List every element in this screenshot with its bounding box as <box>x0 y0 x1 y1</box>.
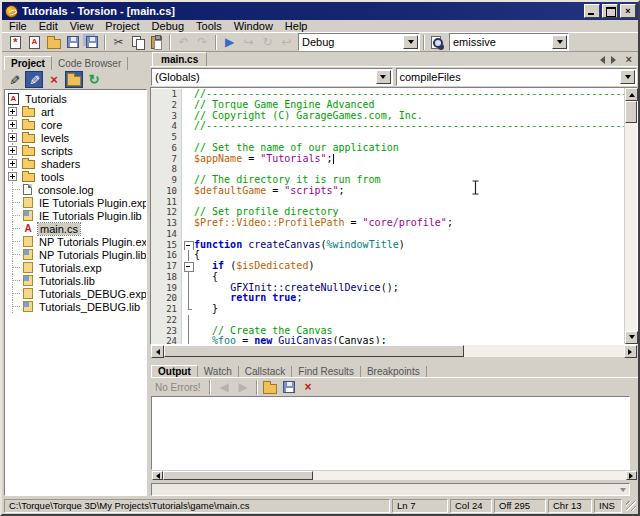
resize-grip[interactable] <box>624 499 637 512</box>
dock-tab-breakpoints[interactable]: Breakpoints <box>361 366 427 377</box>
menu-item-edit[interactable]: Edit <box>33 20 64 32</box>
menu-item-view[interactable]: View <box>64 20 100 32</box>
save-all-icon[interactable] <box>83 34 100 50</box>
tab-scroll-right-icon[interactable] <box>611 56 620 64</box>
open-log-icon[interactable] <box>262 379 279 395</box>
paste-icon[interactable] <box>148 34 165 50</box>
tab-close-icon[interactable]: × <box>626 55 632 64</box>
output-scroll-thumb[interactable] <box>163 471 313 480</box>
copy-icon[interactable] <box>129 34 146 50</box>
tree-item-tutorials[interactable]: Tutorials <box>5 92 146 105</box>
sidebar-tab-project[interactable]: Project <box>4 56 52 70</box>
command-entry[interactable] <box>151 483 630 496</box>
remove-item-icon[interactable]: × <box>45 71 63 88</box>
output-console[interactable] <box>151 396 630 470</box>
search-dropdown-button[interactable] <box>552 35 567 49</box>
menu-item-tools[interactable]: Tools <box>190 20 228 32</box>
fold-margin <box>181 229 194 240</box>
menu-item-project[interactable]: Project <box>99 20 145 32</box>
maximize-button[interactable] <box>602 4 618 18</box>
code-text <box>194 315 624 326</box>
code-editor[interactable]: 1//-------------------------------------… <box>151 88 624 344</box>
open-icon[interactable] <box>45 34 62 50</box>
expand-icon[interactable] <box>8 146 17 155</box>
menu-item-help[interactable]: Help <box>279 20 314 32</box>
menu-item-window[interactable]: Window <box>228 20 279 32</box>
output-horizontal-scrollbar[interactable] <box>151 470 638 481</box>
tree-item-core[interactable]: core <box>5 118 146 131</box>
tree-item-shaders[interactable]: shaders <box>5 157 146 170</box>
find-in-files-icon[interactable] <box>429 34 446 50</box>
tree-item-levels[interactable]: levels <box>5 131 146 144</box>
minimize-button[interactable] <box>584 4 600 18</box>
tree-item-console-log[interactable]: console.log <box>5 183 146 196</box>
tree-item-ie-tutorials-plugin-lib[interactable]: IE Tutorials Plugin.lib <box>5 209 146 222</box>
scroll-down-icon[interactable] <box>625 331 638 344</box>
debug-config-dropdown-button[interactable] <box>403 35 418 49</box>
output-scroll-right-icon[interactable] <box>626 471 637 480</box>
fold-toggle-icon[interactable] <box>181 261 194 272</box>
tree-item-np-tutorials-plugin-exp[interactable]: NP Tutorials Plugin.exp <box>5 235 146 248</box>
menu-item-file[interactable]: File <box>3 20 33 32</box>
scroll-right-icon[interactable] <box>624 345 637 358</box>
cut-icon[interactable]: ✂ <box>110 34 127 50</box>
dock-tab-find-results[interactable]: Find Results <box>292 366 361 377</box>
function-dropdown-button[interactable] <box>620 70 635 84</box>
tree-item-tutorials-exp[interactable]: Tutorials.exp <box>5 261 146 274</box>
clear-log-icon[interactable]: × <box>300 379 317 395</box>
editor-vertical-scrollbar[interactable] <box>624 88 637 344</box>
dock-tab-callstack[interactable]: Callstack <box>239 366 293 377</box>
dock-tab-watch[interactable]: Watch <box>198 366 239 377</box>
sidebar-tabs: ProjectCode Browser <box>4 54 147 70</box>
close-button[interactable]: × <box>620 4 636 18</box>
scroll-up-icon[interactable] <box>625 88 638 101</box>
new-script-icon[interactable] <box>7 34 24 50</box>
scope-combo[interactable]: (Globals) <box>151 68 393 86</box>
code-text: { <box>194 250 624 261</box>
fold-toggle-icon[interactable] <box>181 240 194 251</box>
debug-config-combo[interactable]: Debug <box>298 33 420 51</box>
scroll-left-icon[interactable] <box>151 345 164 358</box>
save-icon[interactable] <box>64 34 81 50</box>
output-scroll-left-icon[interactable] <box>152 471 163 480</box>
edit-pencil-icon[interactable]: ✎ <box>5 71 23 88</box>
expand-icon[interactable] <box>8 172 17 181</box>
tree-item-tutorials-debug-lib[interactable]: Tutorials_DEBUG.lib <box>5 300 146 313</box>
expand-icon[interactable] <box>8 159 17 168</box>
new-project-icon[interactable] <box>26 34 43 50</box>
scope-value: (Globals) <box>152 71 376 83</box>
project-panel: ProjectCode Browser ✎✎×↻ Tutorialsartcor… <box>2 52 147 496</box>
vertical-scroll-thumb[interactable] <box>625 101 637 123</box>
tree-item-art[interactable]: art <box>5 105 146 118</box>
folder-icon <box>22 134 35 143</box>
open-project-folder-icon[interactable] <box>65 71 83 88</box>
tree-item-scripts[interactable]: scripts <box>5 144 146 157</box>
tab-scroll-left-icon[interactable] <box>596 56 605 64</box>
tree-item-tutorials-debug-exp[interactable]: Tutorials_DEBUG.exp <box>5 287 146 300</box>
tree-item-tutorials-lib[interactable]: Tutorials.lib <box>5 274 146 287</box>
scope-dropdown-button[interactable] <box>376 70 391 84</box>
editor-horizontal-scrollbar[interactable] <box>150 345 638 358</box>
refresh-icon[interactable]: ↻ <box>85 71 103 88</box>
editor-tab-main-cs[interactable]: main.cs <box>152 52 207 66</box>
horizontal-scroll-thumb[interactable] <box>164 345 464 357</box>
expand-icon[interactable] <box>8 107 17 116</box>
function-combo[interactable]: compileFiles <box>396 68 638 86</box>
fold-margin <box>181 154 194 165</box>
expand-icon[interactable] <box>8 120 17 129</box>
tree-item-main-cs[interactable]: main.cs <box>5 222 146 235</box>
step-out-icon: ↩ <box>278 34 295 50</box>
tree-item-tools[interactable]: tools <box>5 170 146 183</box>
fold-margin <box>181 197 194 208</box>
dock-tab-output[interactable]: Output <box>151 365 198 377</box>
menu-item-debug[interactable]: Debug <box>146 20 190 32</box>
tree-item-ie-tutorials-plugin-exp[interactable]: IE Tutorials Plugin.exp <box>5 196 146 209</box>
tree-item-np-tutorials-plugin-lib[interactable]: NP Tutorials Plugin.lib <box>5 248 146 261</box>
expand-icon[interactable] <box>8 133 17 142</box>
edit-scripts-icon[interactable]: ✎ <box>25 71 43 88</box>
search-combo[interactable]: emissive <box>449 33 569 51</box>
sidebar-tab-code-browser[interactable]: Code Browser <box>52 57 128 70</box>
save-log-icon[interactable] <box>281 379 298 395</box>
code-text: $appName = "Tutorials"; <box>194 154 624 165</box>
run-icon[interactable]: ▶ <box>221 34 238 50</box>
